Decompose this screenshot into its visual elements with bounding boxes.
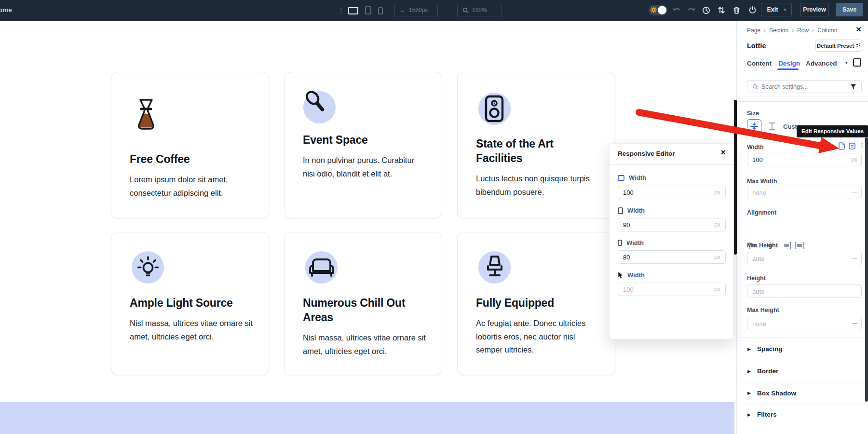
panel-scrollbar[interactable]	[865, 137, 868, 402]
max-height-label: Max Height	[747, 307, 779, 313]
search-settings-input[interactable]	[761, 83, 847, 90]
min-height-clear-dash: —	[852, 255, 857, 261]
panel-resize-handle[interactable]	[734, 100, 737, 255]
section-border[interactable]: ▶ Border	[737, 360, 866, 382]
popup-title: Responsive Editor	[618, 150, 675, 157]
section-filters[interactable]: ▶ Filters	[737, 404, 866, 425]
feature-card-event-space[interactable]: Event Space In non pulvinar purus. Curab…	[284, 72, 442, 218]
size-section-label: Size	[747, 110, 759, 117]
feature-card-facilities[interactable]: State of the Art Facilities Luctus lectu…	[457, 72, 615, 218]
feature-card-light-source[interactable]: Ample Light Source Nisl massa, ultrices …	[111, 232, 269, 375]
coffee-maker-icon	[133, 98, 160, 131]
max-width-input[interactable]	[747, 186, 862, 199]
align-stretch-icon[interactable]	[794, 241, 805, 250]
popup-close-icon[interactable]: ×	[720, 148, 726, 158]
section-spacing[interactable]: ▶ Spacing	[737, 338, 866, 360]
card-body: Nisl massa, ultrices vitae ornare sit am…	[303, 331, 426, 358]
max-height-clear-dash: —	[852, 320, 857, 326]
feature-card-chill-out[interactable]: Numerous Chill Out Areas Nisl massa, ult…	[284, 232, 442, 375]
zoom-level-value: 100%	[472, 7, 487, 14]
speaker-icon	[484, 95, 505, 123]
viewport-width-value: 1580px	[409, 7, 428, 14]
builder-window: ome ⋮ ↔ 1580px 100%	[0, 0, 868, 434]
undo-icon[interactable]	[673, 7, 681, 13]
desktop-breakpoint-button[interactable]	[348, 7, 358, 14]
min-height-input[interactable]	[747, 252, 862, 265]
chevron-right-icon: ▶	[747, 347, 751, 352]
card-title: State of the Art Facilities	[476, 136, 599, 165]
responsive-width-input-tablet[interactable]	[618, 218, 726, 231]
breadcrumb-section[interactable]: Section	[769, 27, 788, 34]
cursor-icon	[618, 271, 623, 279]
search-settings-field[interactable]	[747, 80, 862, 93]
card-title: Ample Light Source	[130, 296, 253, 310]
power-icon[interactable]	[748, 6, 757, 14]
feature-card-free-coffee[interactable]: Free Coffee Lorem ipsum dolor sit amet, …	[111, 72, 269, 218]
chevron-right-icon: ▶	[747, 391, 751, 395]
breakpoint-row-label: Width	[618, 271, 645, 279]
size-width-mode-button[interactable]	[747, 119, 761, 134]
breadcrumb-column[interactable]: Column	[817, 27, 837, 34]
kebab-menu-icon[interactable]: ⋮	[338, 7, 345, 14]
card-body: Lorem ipsum dolor sit amet, consectetur …	[130, 173, 253, 200]
next-section-preview[interactable]	[0, 402, 734, 434]
tab-design[interactable]: Design	[778, 60, 800, 67]
filter-funnel-icon[interactable]	[850, 84, 856, 90]
align-right-icon[interactable]	[781, 241, 792, 250]
card-title: Numerous Chill Out Areas	[303, 296, 426, 325]
redo-icon[interactable]	[687, 7, 695, 13]
breadcrumb-row[interactable]: Row	[797, 27, 809, 34]
responsive-width-input-desktop[interactable]	[618, 186, 726, 199]
office-chair-icon	[483, 254, 506, 280]
preset-icon	[856, 43, 861, 48]
paddle-icon	[303, 89, 329, 115]
breakpoint-row-label: Width	[618, 174, 646, 181]
width-input[interactable]	[747, 153, 862, 166]
responsive-values-icon[interactable]	[849, 143, 855, 149]
responsive-width-input-phone[interactable]	[618, 250, 726, 264]
history-clock-icon[interactable]	[702, 6, 710, 14]
max-width-clear-dash: —	[852, 189, 857, 195]
settings-panel: Page › Section › Row › Column × Lottie D…	[736, 21, 868, 434]
breakpoint-row-label: Width	[618, 207, 645, 214]
viewport-width-input[interactable]: ↔ 1580px	[394, 4, 438, 16]
height-input[interactable]	[747, 285, 862, 298]
width-label: Width	[747, 144, 764, 150]
sort-arrows-icon[interactable]	[718, 6, 725, 14]
height-label: Height	[747, 275, 766, 282]
chevron-right-icon: ▶	[747, 412, 751, 417]
tablet-breakpoint-button[interactable]	[365, 6, 371, 14]
tablet-icon	[618, 207, 623, 214]
card-body: Luctus lectus non quisque turpis bibendu…	[476, 172, 599, 199]
max-height-input[interactable]	[747, 317, 862, 330]
save-button[interactable]: Save	[836, 3, 863, 16]
width-options-kebab-icon[interactable]: ⋮	[859, 142, 865, 149]
panel-close-icon[interactable]: ×	[856, 24, 861, 35]
copy-value-icon[interactable]	[839, 142, 845, 150]
preview-button[interactable]: Preview	[800, 3, 829, 16]
exit-dropdown-caret[interactable]: ▾	[781, 3, 788, 16]
tab-advanced[interactable]: Advanced	[806, 60, 837, 67]
exit-button[interactable]: Exit ▾	[761, 3, 792, 16]
feature-card-fully-equipped[interactable]: Fully Equipped Ac feugiat ante. Donec ul…	[457, 232, 615, 375]
breadcrumb-page[interactable]: Page	[747, 27, 760, 34]
size-height-mode-button[interactable]	[765, 119, 779, 134]
breadcrumb: Page › Section › Row › Column	[747, 27, 837, 34]
default-preset-button[interactable]: Default Preset	[815, 40, 862, 52]
tab-content[interactable]: Content	[747, 60, 772, 67]
zoom-level-input[interactable]: 100%	[457, 4, 502, 16]
zoom-magnifier-icon	[462, 7, 469, 14]
tabs-overflow-caret[interactable]: ▾	[845, 60, 848, 65]
gear-icon	[651, 7, 657, 13]
card-body: Nisl massa, ultrices vitae ornare sit am…	[130, 317, 253, 343]
toggle-knob	[658, 6, 666, 14]
phone-breakpoint-button[interactable]	[378, 7, 383, 14]
settings-toggle[interactable]	[649, 5, 667, 15]
phone-icon	[618, 240, 622, 246]
section-box-shadow[interactable]: ▶ Box Shadow	[737, 382, 866, 404]
outline-box-icon[interactable]	[853, 58, 861, 67]
trash-icon[interactable]	[732, 6, 741, 14]
height-clear-dash: —	[852, 287, 857, 294]
responsive-width-input-pointer[interactable]	[618, 283, 726, 296]
max-width-label: Max Width	[747, 178, 777, 185]
